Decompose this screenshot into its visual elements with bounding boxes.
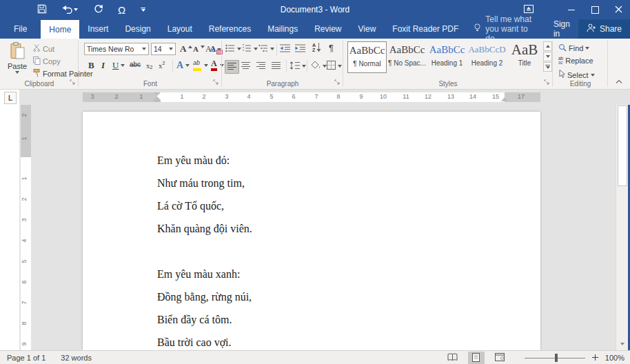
line-spacing-button[interactable] bbox=[289, 61, 306, 71]
align-right-button[interactable] bbox=[256, 61, 265, 71]
find-button[interactable]: Find bbox=[558, 43, 589, 53]
italic-button[interactable]: I bbox=[101, 60, 105, 71]
left-indent-marker[interactable] bbox=[154, 100, 161, 102]
superscript-button[interactable]: x 2 bbox=[159, 61, 165, 70]
text-effects-button[interactable]: A bbox=[176, 60, 190, 71]
share-button[interactable]: Share bbox=[578, 19, 630, 39]
document-page[interactable]: Em yêu màu đỏ: Như máu trong tim, Lá cờ … bbox=[83, 112, 540, 350]
tab-home[interactable]: Home bbox=[41, 20, 79, 39]
subscript-button[interactable]: x 2 bbox=[146, 61, 152, 70]
tab-stop-selector[interactable]: L bbox=[4, 92, 17, 104]
style-heading-2[interactable]: AaBbCcD Heading 2 bbox=[467, 41, 507, 73]
style-title[interactable]: AaB Title bbox=[507, 41, 542, 73]
tab-review[interactable]: Review bbox=[306, 19, 349, 39]
vertical-scrollbar[interactable] bbox=[616, 105, 628, 350]
sign-in-button[interactable]: Sign in bbox=[545, 19, 578, 39]
poem-line[interactable]: Em yêu màu đỏ: bbox=[157, 149, 252, 172]
styles-gallery-more-button[interactable] bbox=[543, 62, 552, 72]
show-paragraph-marks-button[interactable]: ¶ bbox=[329, 43, 334, 53]
strikethrough-button[interactable]: abc bbox=[130, 61, 141, 68]
right-indent-marker[interactable] bbox=[501, 97, 508, 101]
poem-stanza-1[interactable]: Em yêu màu đỏ: Như máu trong tim, Lá cờ … bbox=[157, 149, 252, 240]
tab-layout[interactable]: Layout bbox=[159, 19, 201, 39]
font-dialog-launcher[interactable] bbox=[213, 79, 219, 87]
shading-button[interactable] bbox=[310, 61, 327, 71]
tell-me-box[interactable]: Tell me what you want to do... bbox=[474, 19, 545, 39]
tab-view[interactable]: View bbox=[350, 19, 385, 39]
poem-line[interactable]: Em yêu màu xanh: bbox=[157, 263, 252, 285]
collapse-ribbon-button[interactable] bbox=[616, 77, 622, 85]
poem-line[interactable]: Biển đầy cá tôm. bbox=[157, 308, 252, 331]
style-no-spacing[interactable]: AaBbCc ¶ No Spac... bbox=[387, 41, 427, 73]
styles-dialog-launcher[interactable] bbox=[544, 79, 550, 87]
redo-button[interactable] bbox=[93, 4, 103, 15]
zoom-slider-handle[interactable] bbox=[555, 354, 558, 362]
close-button[interactable] bbox=[607, 0, 630, 19]
tab-design[interactable]: Design bbox=[116, 19, 159, 39]
increase-indent-button[interactable] bbox=[295, 44, 305, 54]
symbol-button[interactable]: Ω bbox=[118, 5, 125, 15]
undo-button[interactable] bbox=[62, 5, 78, 15]
undo-dropdown-icon[interactable] bbox=[74, 8, 78, 11]
styles-scroll-down-button[interactable] bbox=[543, 52, 552, 61]
decrease-indent-button[interactable] bbox=[280, 44, 290, 54]
web-layout-button[interactable] bbox=[491, 352, 508, 364]
zoom-in-button[interactable] bbox=[592, 354, 598, 362]
clipboard-dialog-launcher[interactable] bbox=[70, 79, 76, 87]
poem-line[interactable]: Bầu trời cao vợi. bbox=[157, 331, 252, 350]
bold-button[interactable]: B bbox=[88, 60, 94, 71]
customize-qat-button[interactable] bbox=[141, 8, 145, 12]
poem-line[interactable]: Khăn quàng đội viên. bbox=[157, 217, 252, 240]
minimize-button[interactable] bbox=[560, 0, 583, 19]
cut-button[interactable]: Cut bbox=[33, 44, 54, 53]
document-text[interactable]: Em yêu màu đỏ: Như máu trong tim, Lá cờ … bbox=[157, 149, 252, 350]
save-button[interactable] bbox=[37, 4, 47, 15]
tab-foxit-reader-pdf[interactable]: Foxit Reader PDF bbox=[384, 19, 467, 39]
sort-button[interactable]: AZ bbox=[312, 43, 321, 52]
word-count-status[interactable]: 32 words bbox=[61, 354, 92, 362]
numbering-button[interactable] bbox=[242, 44, 258, 54]
font-family-select[interactable]: Times New Ro bbox=[84, 43, 149, 55]
bullets-button[interactable] bbox=[225, 44, 241, 54]
paste-button[interactable]: Paste bbox=[4, 42, 30, 74]
first-line-indent-marker[interactable] bbox=[154, 92, 161, 96]
print-layout-button[interactable] bbox=[468, 352, 485, 364]
tab-references[interactable]: References bbox=[201, 19, 259, 39]
poem-line[interactable]: Như máu trong tim, bbox=[157, 172, 252, 194]
maximize-button[interactable] bbox=[583, 0, 607, 19]
underline-button[interactable]: U bbox=[112, 60, 125, 71]
zoom-out-button[interactable] bbox=[515, 355, 518, 361]
poem-stanza-2[interactable]: Em yêu màu xanh: Đồng bằng, rừng núi, Bi… bbox=[157, 263, 252, 350]
read-mode-button[interactable] bbox=[445, 352, 461, 364]
justify-button[interactable] bbox=[272, 61, 281, 71]
poem-line[interactable]: Lá cờ Tổ quốc, bbox=[157, 194, 252, 217]
text-highlight-button[interactable]: ab bbox=[192, 59, 208, 71]
tab-mailings[interactable]: Mailings bbox=[259, 19, 306, 39]
style-normal[interactable]: AaBbCc ¶ Normal bbox=[347, 41, 387, 73]
tab-file[interactable]: File bbox=[0, 19, 41, 39]
styles-scroll-up-button[interactable] bbox=[543, 41, 552, 51]
style-heading-1[interactable]: AaBbCc Heading 1 bbox=[427, 41, 467, 73]
replace-icon: abac bbox=[558, 57, 563, 65]
tab-insert[interactable]: Insert bbox=[79, 19, 116, 39]
scrollbar-thumb[interactable] bbox=[618, 105, 627, 186]
page-count-status[interactable]: Page 1 of 1 bbox=[7, 354, 45, 362]
pilcrow-icon: ¶ bbox=[329, 43, 334, 53]
multilevel-list-button[interactable] bbox=[258, 44, 274, 54]
align-left-button[interactable] bbox=[225, 60, 239, 74]
zoom-slider[interactable] bbox=[525, 354, 585, 362]
paragraph-dialog-launcher[interactable] bbox=[334, 79, 341, 87]
align-center-button[interactable] bbox=[241, 61, 250, 71]
zoom-level[interactable]: 100% bbox=[605, 354, 624, 362]
shrink-font-button[interactable]: A bbox=[193, 45, 205, 53]
redo-icon bbox=[93, 4, 103, 15]
poem-line[interactable]: Đồng bằng, rừng núi, bbox=[157, 285, 252, 308]
replace-button[interactable]: abac Replace bbox=[558, 57, 593, 65]
select-button[interactable]: Select bbox=[558, 70, 595, 80]
font-size-select[interactable]: 14 bbox=[151, 43, 176, 55]
grow-font-button[interactable]: A bbox=[180, 43, 192, 54]
borders-button[interactable] bbox=[327, 61, 342, 71]
tab-stop-selector-label: L bbox=[8, 94, 12, 102]
scroll-down-button[interactable] bbox=[616, 338, 628, 350]
copy-button[interactable]: Copy bbox=[33, 57, 61, 66]
